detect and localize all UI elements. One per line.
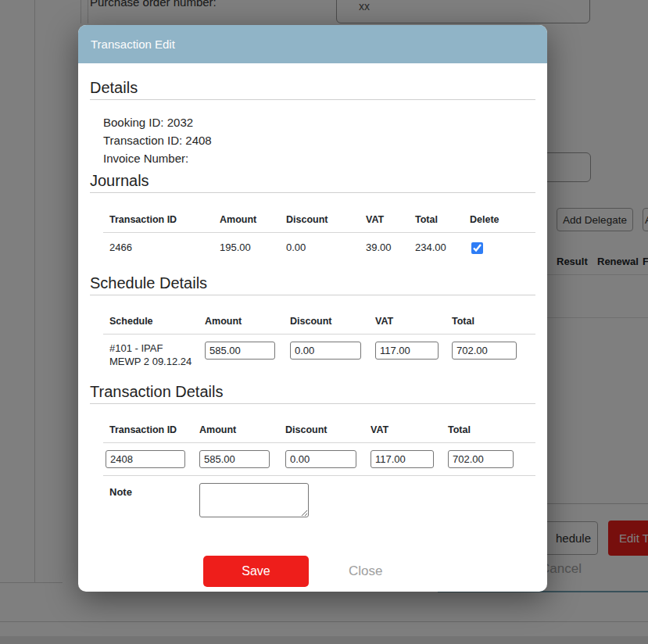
transaction-amount-input[interactable] xyxy=(199,450,270,468)
note-row: Note xyxy=(103,483,535,517)
booking-id-text: Booking ID: 2032 xyxy=(103,113,535,131)
transaction-edit-dialog: Transaction Edit Details Booking ID: 203… xyxy=(78,25,547,592)
transaction-vat-input[interactable] xyxy=(371,450,434,468)
dialog-header: Transaction Edit xyxy=(78,25,547,63)
col-header: VAT xyxy=(371,424,448,435)
schedule-header-row: Schedule Amount Discount VAT Total xyxy=(103,316,535,327)
journal-total: 234.00 xyxy=(415,242,470,253)
details-block: Booking ID: 2032 Transaction ID: 2408 In… xyxy=(103,113,535,167)
schedule-discount-input[interactable] xyxy=(290,342,361,360)
transaction-row xyxy=(103,450,535,468)
transaction-table: Transaction ID Amount Discount VAT Total… xyxy=(103,424,535,517)
dialog-body: Details Booking ID: 2032 Transaction ID:… xyxy=(78,78,547,587)
journals-header-divider xyxy=(103,232,535,233)
col-header: Total xyxy=(452,316,535,327)
journal-transaction-id: 2466 xyxy=(109,242,220,253)
details-divider xyxy=(90,99,535,100)
col-header: Discount xyxy=(290,316,375,327)
transaction-header-row: Transaction ID Amount Discount VAT Total xyxy=(103,424,535,435)
schedule-vat-input[interactable] xyxy=(375,342,439,360)
schedule-name: #101 - IPAF MEWP 2 09.12.24 xyxy=(109,342,205,368)
transaction-row-divider xyxy=(103,475,535,476)
journals-divider xyxy=(90,192,535,193)
col-header: Total xyxy=(448,424,535,435)
invoice-number-text: Invoice Number: xyxy=(103,149,535,167)
col-header: Delete xyxy=(470,214,535,225)
transaction-header-divider xyxy=(103,442,535,443)
schedule-total-input[interactable] xyxy=(452,342,517,360)
journals-table: Transaction ID Amount Discount VAT Total… xyxy=(103,214,535,256)
schedule-amount-input[interactable] xyxy=(205,342,275,360)
col-header: VAT xyxy=(366,214,415,225)
transaction-discount-input[interactable] xyxy=(285,450,356,468)
schedule-row: #101 - IPAF MEWP 2 09.12.24 xyxy=(103,342,535,368)
col-header: Schedule xyxy=(109,316,205,327)
details-heading: Details xyxy=(90,78,535,97)
transaction-total-input[interactable] xyxy=(448,450,514,468)
journal-vat: 39.00 xyxy=(366,242,415,253)
transaction-id-input[interactable] xyxy=(106,450,185,468)
col-header: Discount xyxy=(285,424,371,435)
col-header: Transaction ID xyxy=(106,424,199,435)
schedule-header-divider xyxy=(103,334,535,335)
dialog-title: Transaction Edit xyxy=(91,38,175,51)
journal-amount: 195.00 xyxy=(220,242,286,253)
col-header: Discount xyxy=(286,214,366,225)
delete-checkbox[interactable] xyxy=(471,242,483,254)
journal-discount: 0.00 xyxy=(286,242,366,253)
col-header: Amount xyxy=(220,214,286,225)
dialog-actions: Save Close xyxy=(90,556,535,587)
journals-heading: Journals xyxy=(90,171,535,190)
note-textarea[interactable] xyxy=(199,483,309,517)
save-button[interactable]: Save xyxy=(203,556,309,587)
close-button[interactable]: Close xyxy=(349,564,382,579)
transaction-divider xyxy=(90,403,535,404)
journals-header-row: Transaction ID Amount Discount VAT Total… xyxy=(103,214,535,225)
col-header: Amount xyxy=(199,424,285,435)
col-header: Total xyxy=(415,214,470,225)
transaction-id-text: Transaction ID: 2408 xyxy=(103,131,535,149)
col-header: Transaction ID xyxy=(109,214,220,225)
col-header: VAT xyxy=(375,316,452,327)
schedule-table: Schedule Amount Discount VAT Total #101 … xyxy=(103,316,535,368)
note-label: Note xyxy=(106,483,199,498)
schedule-details-heading: Schedule Details xyxy=(90,274,535,292)
schedule-divider xyxy=(90,295,535,295)
col-header: Amount xyxy=(205,316,290,327)
journals-row: 2466 195.00 0.00 39.00 234.00 xyxy=(103,242,535,256)
transaction-details-heading: Transaction Details xyxy=(90,382,535,401)
